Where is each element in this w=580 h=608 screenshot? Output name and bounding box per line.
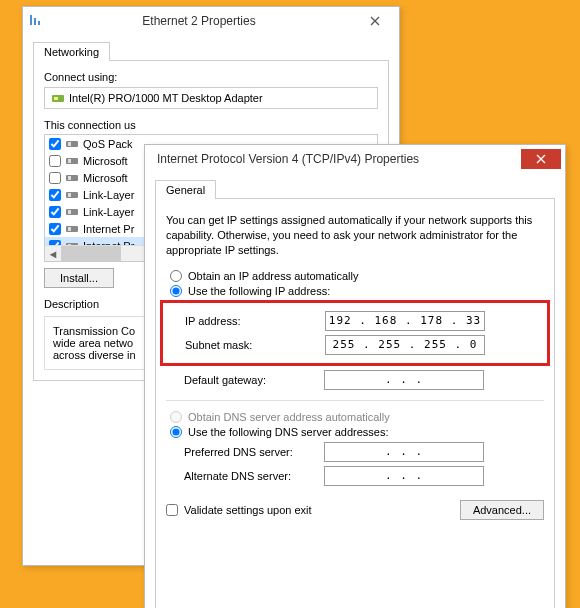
window-title: Internet Protocol Version 4 (TCP/IPv4) P… (149, 152, 521, 166)
radio-obtain-dns-auto: Obtain DNS server address automatically (170, 411, 544, 423)
svg-rect-15 (66, 226, 78, 232)
protocol-checkbox[interactable] (49, 223, 61, 235)
radio-use-following-ip[interactable]: Use the following IP address: (170, 285, 544, 297)
default-gateway-label: Default gateway: (184, 374, 324, 386)
radio-manual-dns-label: Use the following DNS server addresses: (188, 426, 389, 438)
protocol-label: Microsoft (83, 155, 128, 167)
radio-auto-dns-label: Obtain DNS server address automatically (188, 411, 390, 423)
ip-address-label: IP address: (185, 315, 325, 327)
svg-rect-1 (34, 18, 36, 25)
protocol-label: QoS Pack (83, 138, 133, 150)
tab-networking[interactable]: Networking (33, 42, 110, 61)
default-gateway-input[interactable]: . . . (324, 370, 484, 390)
protocol-icon (65, 156, 79, 166)
protocol-icon (65, 190, 79, 200)
protocol-checkbox[interactable] (49, 189, 61, 201)
radio-auto-dns-input (170, 411, 182, 423)
alternate-dns-input[interactable]: . . . (324, 466, 484, 486)
svg-rect-8 (68, 159, 71, 163)
preferred-dns-label: Preferred DNS server: (184, 446, 324, 458)
svg-rect-13 (66, 209, 78, 215)
protocol-icon (65, 173, 79, 183)
protocol-label: Microsoft (83, 172, 128, 184)
protocol-icon (65, 207, 79, 217)
install-button[interactable]: Install... (44, 268, 114, 288)
connection-uses-label: This connection us (44, 119, 378, 131)
validate-label: Validate settings upon exit (184, 504, 312, 516)
radio-use-following-dns[interactable]: Use the following DNS server addresses: (170, 426, 544, 438)
svg-rect-5 (66, 141, 78, 147)
subnet-mask-label: Subnet mask: (185, 339, 325, 351)
protocol-label: Link-Layer (83, 206, 134, 218)
adapter-field: Intel(R) PRO/1000 MT Desktop Adapter (44, 87, 378, 109)
alternate-dns-label: Alternate DNS server: (184, 470, 324, 482)
scroll-thumb[interactable] (61, 246, 121, 261)
close-button[interactable] (521, 149, 561, 169)
subnet-mask-input[interactable]: 255 . 255 . 255 . 0 (325, 335, 485, 355)
protocol-label: Link-Layer (83, 189, 134, 201)
svg-rect-6 (68, 142, 71, 146)
protocol-icon (65, 224, 79, 234)
svg-rect-12 (68, 193, 71, 197)
svg-rect-4 (54, 97, 58, 100)
svg-rect-2 (38, 21, 40, 25)
svg-rect-10 (68, 176, 71, 180)
protocol-checkbox[interactable] (49, 206, 61, 218)
svg-rect-9 (66, 175, 78, 181)
protocol-checkbox[interactable] (49, 155, 61, 167)
radio-manual-ip-input[interactable] (170, 285, 182, 297)
protocol-checkbox[interactable] (49, 172, 61, 184)
svg-rect-11 (66, 192, 78, 198)
nic-icon (51, 91, 65, 105)
protocol-icon (65, 139, 79, 149)
radio-auto-ip-label: Obtain an IP address automatically (188, 270, 358, 282)
radio-manual-ip-label: Use the following IP address: (188, 285, 330, 297)
highlighted-ip-fields: IP address: 192 . 168 . 178 . 33 Subnet … (160, 300, 550, 366)
svg-rect-14 (68, 210, 71, 214)
ip-address-input[interactable]: 192 . 168 . 178 . 33 (325, 311, 485, 331)
preferred-dns-input[interactable]: . . . (324, 442, 484, 462)
radio-manual-dns-input[interactable] (170, 426, 182, 438)
tab-general[interactable]: General (155, 180, 216, 199)
protocol-label: Internet Pr (83, 223, 134, 235)
svg-rect-7 (66, 158, 78, 164)
advanced-button[interactable]: Advanced... (460, 500, 544, 520)
protocol-checkbox[interactable] (49, 138, 61, 150)
window-title: Ethernet 2 Properties (43, 14, 355, 28)
close-button[interactable] (355, 11, 395, 31)
radio-obtain-ip-auto[interactable]: Obtain an IP address automatically (170, 270, 544, 282)
connect-using-label: Connect using: (44, 71, 378, 83)
validate-checkbox[interactable] (166, 504, 178, 516)
svg-rect-0 (30, 15, 32, 25)
scroll-left-icon[interactable]: ◄ (45, 246, 61, 261)
svg-rect-16 (68, 227, 71, 231)
adapter-name: Intel(R) PRO/1000 MT Desktop Adapter (69, 92, 263, 104)
radio-auto-ip-input[interactable] (170, 270, 182, 282)
ethernet-icon (27, 13, 43, 29)
help-text: You can get IP settings assigned automat… (166, 213, 544, 258)
